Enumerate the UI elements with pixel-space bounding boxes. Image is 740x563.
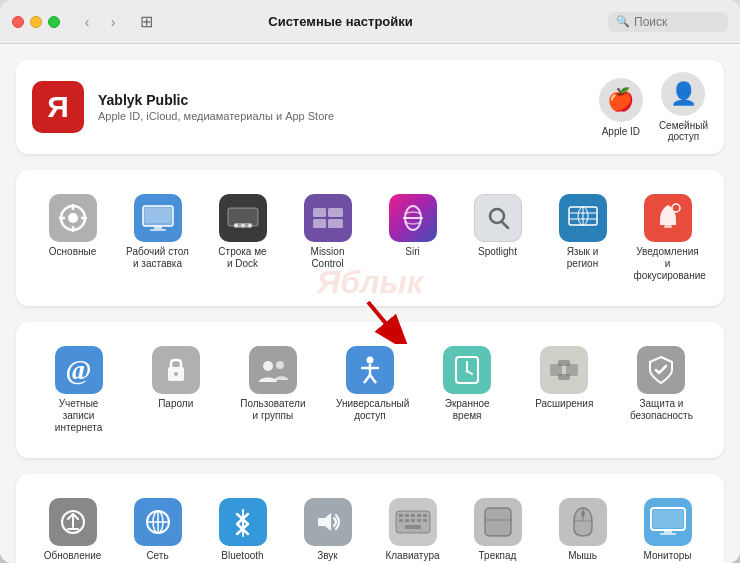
item-label: Bluetooth — [221, 550, 263, 562]
item-label: Mission Control — [311, 246, 345, 270]
item-mouse[interactable]: Мышь — [542, 490, 623, 563]
apple-id-button[interactable]: 🍎 Apple ID — [599, 78, 643, 137]
item-dock[interactable]: Строка ме и Dock — [202, 186, 283, 290]
item-sound[interactable]: Звук — [287, 490, 368, 563]
svg-rect-77 — [664, 530, 672, 533]
svg-rect-74 — [581, 511, 585, 517]
item-mission[interactable]: Mission Control — [287, 186, 368, 290]
item-desktop[interactable]: Рабочий стол и заставка — [117, 186, 198, 290]
item-extensions[interactable]: Расширения — [518, 338, 611, 442]
extensions-icon — [540, 346, 588, 394]
avatar[interactable]: Я — [32, 81, 84, 133]
titlebar: ‹ › ⊞ Системные настройки 🔍 — [0, 0, 740, 44]
item-notifications[interactable]: Уведомления и фокусирование — [627, 186, 708, 290]
item-monitors[interactable]: Мониторы — [627, 490, 708, 563]
dock-icon — [219, 194, 267, 242]
updates-icon — [49, 498, 97, 546]
item-updates[interactable]: Обновление ПО — [32, 490, 113, 563]
apple-id-icon: 🍎 — [599, 78, 643, 122]
svg-rect-61 — [411, 514, 415, 517]
svg-rect-48 — [558, 374, 570, 380]
profile-name: Yablyk Public — [98, 92, 599, 108]
svg-point-31 — [174, 372, 178, 376]
item-network[interactable]: Сеть — [117, 490, 198, 563]
search-input[interactable] — [634, 15, 724, 29]
svg-rect-60 — [405, 514, 409, 517]
item-label: Siri — [405, 246, 419, 258]
svg-point-13 — [241, 224, 245, 228]
svg-point-14 — [248, 224, 252, 228]
network-icon — [134, 498, 182, 546]
mission-icon — [304, 194, 352, 242]
item-label: Пользователи и группы — [240, 398, 305, 422]
item-label: Основные — [49, 246, 96, 258]
keyboard-icon — [389, 498, 437, 546]
svg-rect-62 — [417, 514, 421, 517]
item-label: Клавиатура — [385, 550, 439, 562]
minimize-button[interactable] — [30, 16, 42, 28]
item-label: Защита и безопасность — [630, 398, 693, 422]
screentime-icon — [443, 346, 491, 394]
profile-subtitle: Apple ID, iCloud, медиаматериалы и App S… — [98, 110, 599, 122]
item-passwords[interactable]: Пароли — [129, 338, 222, 442]
svg-marker-57 — [318, 513, 331, 531]
svg-point-1 — [68, 213, 78, 223]
icon-grid-3: Обновление ПО Сеть Bluetooth — [32, 490, 708, 563]
svg-rect-16 — [328, 208, 343, 217]
maximize-button[interactable] — [48, 16, 60, 28]
item-label: Обновление ПО — [44, 550, 102, 563]
svg-line-39 — [364, 375, 370, 383]
svg-rect-15 — [313, 208, 326, 217]
svg-point-36 — [366, 357, 373, 364]
traffic-lights — [12, 16, 60, 28]
svg-line-35 — [368, 302, 398, 338]
item-security[interactable]: Защита и безопасность — [615, 338, 708, 442]
svg-rect-66 — [411, 519, 415, 522]
item-accessibility[interactable]: Универсальный доступ — [323, 338, 416, 442]
profile-info: Yablyk Public Apple ID, iCloud, медиамат… — [98, 92, 599, 122]
svg-rect-47 — [558, 360, 570, 366]
family-button[interactable]: 👤 Семейный доступ — [659, 72, 708, 142]
item-label: Уведомления и фокусирование — [634, 246, 702, 282]
item-label: Сеть — [146, 550, 168, 562]
item-bluetooth[interactable]: Bluetooth — [202, 490, 283, 563]
item-keyboard[interactable]: Клавиатура — [372, 490, 453, 563]
family-label: Семейный доступ — [659, 120, 708, 142]
mouse-icon — [559, 498, 607, 546]
svg-rect-76 — [653, 510, 683, 528]
content-area: Я Yablyk Public Apple ID, iCloud, медиам… — [0, 44, 740, 563]
svg-rect-18 — [328, 219, 343, 228]
icon-grid-2: @ Учетные записи интернета Пароли — [32, 338, 708, 442]
item-screentime[interactable]: Экранное время — [421, 338, 514, 442]
item-label: Расширения — [535, 398, 593, 410]
svg-rect-9 — [150, 229, 166, 231]
search-box[interactable]: 🔍 — [608, 12, 728, 32]
notifications-icon — [644, 194, 692, 242]
spotlight-icon — [474, 194, 522, 242]
svg-rect-70 — [485, 508, 511, 536]
trackpad-icon — [474, 498, 522, 546]
close-button[interactable] — [12, 16, 24, 28]
svg-rect-78 — [660, 533, 676, 535]
svg-point-12 — [234, 224, 238, 228]
profile-section: Я Yablyk Public Apple ID, iCloud, медиам… — [16, 60, 724, 154]
osnovnye-icon — [49, 194, 97, 242]
svg-rect-63 — [423, 514, 427, 517]
svg-rect-8 — [154, 226, 162, 229]
main-window: ‹ › ⊞ Системные настройки 🔍 Я Yablyk Pub… — [0, 0, 740, 563]
profile-icons: 🍎 Apple ID 👤 Семейный доступ — [599, 72, 708, 142]
item-osnovnye[interactable]: Основные — [32, 186, 113, 290]
item-label: Звук — [317, 550, 338, 562]
desktop-icon — [134, 194, 182, 242]
item-trackpad[interactable]: Трекпад — [457, 490, 538, 563]
item-users[interactable]: Пользователи и группы — [226, 338, 319, 442]
item-accounts[interactable]: @ Учетные записи интернета — [32, 338, 125, 442]
item-siri[interactable]: Siri — [372, 186, 453, 290]
item-label: Учетные записи интернета — [45, 398, 113, 434]
item-label: Мышь — [568, 550, 597, 562]
item-label: Строка ме и Dock — [218, 246, 266, 270]
svg-rect-17 — [313, 219, 326, 228]
item-language[interactable]: Язык и регион — [542, 186, 623, 290]
siri-icon — [389, 194, 437, 242]
item-spotlight[interactable]: Spotlight — [457, 186, 538, 290]
